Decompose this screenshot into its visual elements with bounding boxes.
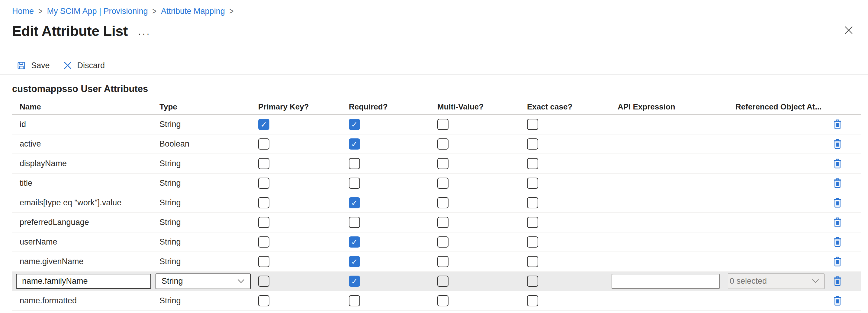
trash-icon	[832, 138, 843, 150]
multi-value-checkbox[interactable]: ✓	[437, 158, 448, 169]
primary-key-checkbox[interactable]: ✓	[258, 197, 270, 208]
required-checkbox[interactable]: ✓	[349, 158, 360, 169]
required-checkbox[interactable]: ✓	[349, 119, 360, 130]
attribute-type: String	[159, 120, 181, 129]
multi-value-checkbox[interactable]: ✓	[437, 197, 448, 208]
required-checkbox[interactable]: ✓	[349, 256, 360, 267]
close-icon	[843, 25, 854, 36]
exact-case-checkbox[interactable]: ✓	[527, 119, 538, 130]
attribute-type-select[interactable]: String	[156, 274, 251, 289]
referenced-object-value: 0 selected	[730, 277, 767, 286]
multi-value-checkbox[interactable]: ✓	[437, 138, 448, 149]
discard-button[interactable]: Discard	[63, 61, 105, 70]
multi-value-checkbox[interactable]: ✓	[437, 276, 448, 287]
primary-key-checkbox[interactable]: ✓	[258, 276, 270, 287]
multi-value-checkbox[interactable]: ✓	[437, 295, 448, 306]
column-header-api-expression: API Expression	[610, 99, 728, 114]
attribute-name: preferredLanguage	[20, 218, 89, 227]
attribute-type: String	[159, 257, 181, 266]
close-panel-button[interactable]	[843, 25, 854, 36]
trash-icon	[832, 276, 843, 287]
breadcrumb-attribute-mapping-link[interactable]: Attribute Mapping	[161, 7, 225, 16]
primary-key-checkbox[interactable]: ✓	[258, 138, 270, 149]
attribute-name: title	[20, 178, 32, 188]
save-button[interactable]: Save	[17, 61, 50, 70]
required-checkbox[interactable]: ✓	[349, 197, 360, 208]
trash-icon	[832, 295, 843, 307]
breadcrumb-separator: >	[229, 6, 234, 16]
primary-key-checkbox[interactable]: ✓	[258, 158, 270, 169]
delete-attribute-button[interactable]	[832, 138, 843, 150]
required-checkbox[interactable]: ✓	[349, 236, 360, 248]
multi-value-checkbox[interactable]: ✓	[437, 256, 448, 267]
delete-attribute-button[interactable]	[832, 217, 843, 228]
attribute-name: userName	[20, 237, 57, 247]
table-row: userName String ✓ ✓ ✓ ✓	[12, 233, 861, 252]
primary-key-checkbox[interactable]: ✓	[258, 256, 270, 267]
multi-value-checkbox[interactable]: ✓	[437, 236, 448, 248]
required-checkbox[interactable]: ✓	[349, 295, 360, 306]
delete-attribute-button[interactable]	[832, 197, 843, 209]
breadcrumb-separator: >	[153, 6, 156, 16]
exact-case-checkbox[interactable]: ✓	[527, 138, 538, 149]
required-checkbox[interactable]: ✓	[349, 276, 360, 287]
api-expression-input[interactable]	[612, 274, 720, 289]
trash-icon	[832, 158, 843, 170]
referenced-object-select[interactable]: 0 selected	[728, 274, 825, 289]
delete-attribute-button[interactable]	[832, 158, 843, 170]
chevron-down-icon	[812, 279, 819, 283]
exact-case-checkbox[interactable]: ✓	[527, 295, 538, 306]
delete-attribute-button[interactable]	[832, 295, 843, 307]
exact-case-checkbox[interactable]: ✓	[527, 256, 538, 267]
attribute-table: Name Type Primary Key? Required? Multi-V…	[12, 99, 861, 311]
required-checkbox[interactable]: ✓	[349, 217, 360, 228]
check-icon: ✓	[261, 120, 267, 129]
breadcrumb-home-link[interactable]: Home	[12, 7, 34, 16]
delete-attribute-button[interactable]	[832, 178, 843, 189]
check-icon: ✓	[351, 120, 358, 129]
column-header-referenced-object: Referenced Object At...	[728, 99, 825, 114]
column-header-primary-key: Primary Key?	[251, 99, 341, 114]
table-row: name.formatted String ✓ ✓ ✓ ✓	[12, 291, 861, 311]
exact-case-checkbox[interactable]: ✓	[527, 276, 538, 287]
exact-case-checkbox[interactable]: ✓	[527, 158, 538, 169]
primary-key-checkbox[interactable]: ✓	[258, 178, 270, 189]
check-icon: ✓	[351, 199, 358, 207]
attribute-name: name.givenName	[20, 257, 84, 266]
chevron-down-icon	[238, 279, 245, 283]
command-bar: Save Discard	[0, 57, 868, 74]
exact-case-checkbox[interactable]: ✓	[527, 236, 538, 248]
section-heading: customappsso User Attributes	[12, 83, 868, 94]
primary-key-checkbox[interactable]: ✓	[258, 119, 270, 130]
attribute-name-input[interactable]	[16, 274, 151, 289]
exact-case-checkbox[interactable]: ✓	[527, 178, 538, 189]
multi-value-checkbox[interactable]: ✓	[437, 119, 448, 130]
trash-icon	[832, 256, 843, 268]
multi-value-checkbox[interactable]: ✓	[437, 178, 448, 189]
required-checkbox[interactable]: ✓	[349, 138, 360, 149]
delete-attribute-button[interactable]	[832, 236, 843, 248]
panel-header: Edit Attribute List ···	[12, 22, 868, 39]
delete-attribute-button[interactable]	[832, 256, 843, 268]
breadcrumb-app-link[interactable]: My SCIM App | Provisioning	[47, 7, 148, 16]
multi-value-checkbox[interactable]: ✓	[437, 217, 448, 228]
table-row: name.givenName String ✓ ✓ ✓ ✓	[12, 252, 861, 272]
trash-icon	[832, 178, 843, 189]
more-options-button[interactable]: ···	[138, 32, 151, 35]
column-header-multi-value: Multi-Value?	[430, 99, 520, 114]
required-checkbox[interactable]: ✓	[349, 178, 360, 189]
primary-key-checkbox[interactable]: ✓	[258, 236, 270, 248]
table-row: id String ✓ ✓ ✓ ✓	[12, 115, 861, 135]
primary-key-checkbox[interactable]: ✓	[258, 295, 270, 306]
discard-label: Discard	[77, 61, 105, 70]
delete-attribute-button[interactable]	[832, 119, 843, 130]
table-row: emails[type eq "work"].value String ✓ ✓ …	[12, 193, 861, 213]
column-header-required: Required?	[341, 99, 430, 114]
exact-case-checkbox[interactable]: ✓	[527, 197, 538, 208]
delete-attribute-button[interactable]	[832, 276, 843, 287]
trash-icon	[832, 217, 843, 228]
primary-key-checkbox[interactable]: ✓	[258, 217, 270, 228]
exact-case-checkbox[interactable]: ✓	[527, 217, 538, 228]
attribute-name: active	[20, 139, 41, 149]
table-row: title String ✓ ✓ ✓ ✓	[12, 174, 861, 193]
